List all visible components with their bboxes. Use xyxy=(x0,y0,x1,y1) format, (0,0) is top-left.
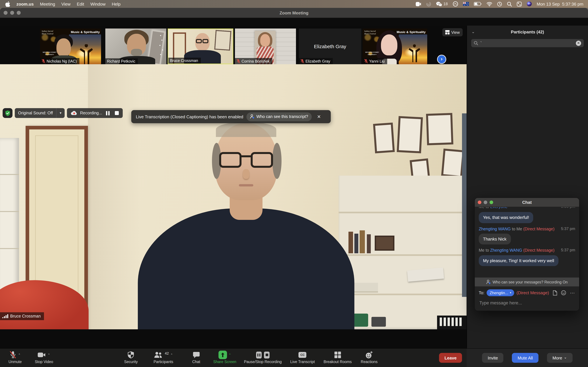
reactions-button[interactable]: Reactions xyxy=(361,351,378,364)
person-shield-icon xyxy=(250,114,254,119)
stop-video-button[interactable]: ⌃ Stop Video xyxy=(35,351,53,364)
live-transcript-button[interactable]: CC Live Transcript xyxy=(290,351,315,364)
menu-clock[interactable]: Mon 13 Sep 5:37:36 pm xyxy=(537,1,583,6)
siri-icon[interactable] xyxy=(527,1,532,7)
battery-icon[interactable] xyxy=(474,2,482,6)
camera-icon xyxy=(38,352,46,358)
chat-title: Chat xyxy=(522,200,532,205)
menu-window[interactable]: Window xyxy=(90,1,106,6)
security-button[interactable]: Security xyxy=(124,351,138,364)
pause-recording-icon[interactable] xyxy=(106,111,110,115)
view-button[interactable]: View xyxy=(442,28,463,36)
menu-meeting[interactable]: Meeting xyxy=(40,1,55,6)
control-center-icon[interactable] xyxy=(517,1,522,6)
menu-app-name[interactable]: zoom.us xyxy=(17,1,34,6)
stop-recording-icon[interactable] xyxy=(115,111,119,115)
spotlight-icon[interactable] xyxy=(507,1,512,6)
video-tile-bruce-crossman[interactable]: Bruce Crossman xyxy=(168,28,233,64)
festival-logo: Sydney Sacred Music Festival xyxy=(364,30,376,35)
participant-name: Nicholas Ng (IAC) xyxy=(47,59,77,63)
search-clear-button[interactable]: ✕ xyxy=(576,41,581,46)
menu-help[interactable]: Help xyxy=(112,1,121,6)
camera-status-icon[interactable] xyxy=(416,2,422,6)
wall-shading xyxy=(88,64,140,329)
chat-traffic-lights[interactable] xyxy=(478,200,493,204)
participants-options-chevron[interactable]: ⌃ xyxy=(171,353,173,357)
share-screen-button[interactable]: ⌃ Share Screen xyxy=(213,351,236,364)
video-options-chevron[interactable]: ⌃ xyxy=(48,353,50,357)
chat-message-list[interactable]: Me to Everyone 5:36 pm Yes, that was won… xyxy=(475,207,579,277)
invite-button[interactable]: Invite xyxy=(482,353,503,363)
menu-edit[interactable]: Edit xyxy=(77,1,84,6)
chat-compose-area: To: Zhengtin... ▾ (Direct Message) ⋯ xyxy=(475,286,579,311)
video-thumbnail-strip: Music & Spirituality Sydney Sacred Music… xyxy=(0,25,467,64)
video-tile-corrina-bonshek[interactable]: Corrina Bonshek xyxy=(235,28,296,64)
wifi-icon[interactable] xyxy=(486,2,492,6)
video-tile-nicholas-ng[interactable]: Music & Spirituality Sydney Sacred Music… xyxy=(40,28,101,64)
who-can-see-transcript-button[interactable]: Who can see this transcript? xyxy=(247,112,312,121)
original-sound-button[interactable]: Original Sound: Off ▼ xyxy=(15,108,65,118)
chat-message-input[interactable] xyxy=(479,300,577,306)
window-traffic-lights[interactable] xyxy=(4,11,21,15)
breakout-rooms-button[interactable]: Breakout Rooms xyxy=(324,351,352,364)
video-tile-elizabeth-gray[interactable]: Elizabeth Gray Elizabeth Gray xyxy=(299,28,361,64)
chat-titlebar[interactable]: Chat xyxy=(475,198,579,207)
video-tile-yanni-liu[interactable]: Music & Spirituality Sydney Sacred Music… xyxy=(363,28,427,64)
festival-logo: Sydney Sacred Music Festival xyxy=(42,30,53,35)
nameplate: Corrina Bonshek xyxy=(235,58,272,64)
more-button[interactable]: More ⌄ xyxy=(547,353,572,363)
stop-recording-icon[interactable] xyxy=(264,351,269,358)
minimize-icon[interactable] xyxy=(484,200,487,204)
next-page-arrow-button[interactable]: › xyxy=(437,55,446,64)
participants-button[interactable]: 42 ⌃ Participants xyxy=(154,351,173,364)
silhouette-figure xyxy=(407,44,422,63)
nameplate: Yanni Liu xyxy=(363,58,387,64)
pause-recording-icon[interactable] xyxy=(256,351,262,358)
wechat-icon[interactable]: 18 xyxy=(436,1,448,6)
chat-button[interactable]: Chat xyxy=(192,351,200,364)
banner-close-button[interactable]: ✕ xyxy=(316,114,322,119)
mic-options-chevron[interactable]: ⌃ xyxy=(18,353,20,357)
original-sound-dropdown[interactable]: ▼ xyxy=(56,111,65,115)
menu-view[interactable]: View xyxy=(61,1,70,6)
participant-name: Yanni Liu xyxy=(369,59,385,63)
nameplate: Nicholas Ng (IAC) xyxy=(40,58,79,64)
leave-button[interactable]: Leave xyxy=(439,353,462,363)
time-machine-icon[interactable] xyxy=(497,1,502,6)
participants-search-input[interactable] xyxy=(480,41,574,46)
unmute-button[interactable]: ⌃ Unmute xyxy=(9,351,22,364)
participants-panel-footer: Invite Mute All More ⌄ xyxy=(467,348,588,367)
mute-all-button[interactable]: Mute All xyxy=(512,353,538,363)
muted-mic-icon xyxy=(237,59,240,63)
more-options-icon[interactable]: ⋯ xyxy=(570,290,575,296)
recording-indicator[interactable]: Recording... xyxy=(67,108,123,118)
message-header: Me to Everyone 5:36 pm xyxy=(479,207,575,209)
creative-cloud-icon[interactable] xyxy=(453,1,458,7)
share-options-chevron[interactable]: ⌃ xyxy=(229,353,231,357)
apple-logo-icon[interactable] xyxy=(5,1,10,7)
attach-file-icon[interactable] xyxy=(553,290,557,295)
close-icon[interactable] xyxy=(478,200,481,204)
pause-stop-recording-button[interactable]: Pause/Stop Recording xyxy=(244,351,282,364)
zoom-window-icon[interactable] xyxy=(490,200,493,204)
nameplate: Bruce Crossman xyxy=(168,58,201,64)
encryption-shield-button[interactable] xyxy=(3,108,12,118)
speaker-name: Bruce Crossman xyxy=(10,314,41,318)
main-speaker-video: Original Sound: Off ▼ Recording... Live … xyxy=(0,64,467,329)
fairy-lights xyxy=(160,35,161,36)
meeting-toolbar: ⌃ Unmute ⌃ Stop Video Security xyxy=(0,348,467,367)
chat-message-bubble: Thanks Nick xyxy=(479,234,511,245)
recipient-selector[interactable]: Zhengtin... ▾ xyxy=(487,289,514,296)
live-transcription-banner: Live Transcription (Closed Captioning) h… xyxy=(131,110,331,123)
logi-options-icon[interactable] xyxy=(426,1,431,6)
person-shield-icon xyxy=(486,280,491,284)
video-tile-richard-petkovic[interactable]: Richard Petkovic xyxy=(105,28,166,64)
green-shield-icon xyxy=(5,110,10,116)
curtain-edge xyxy=(462,113,467,297)
chat-message-bubble: My pleasure, Ting! It worked very well xyxy=(479,255,558,266)
au-flag-icon[interactable] xyxy=(463,2,469,6)
emoji-icon[interactable] xyxy=(561,290,566,295)
participants-search-box[interactable]: ✕ xyxy=(471,39,584,47)
chat-privacy-notice[interactable]: Who can see your messages? Recording On xyxy=(475,277,579,286)
screen: zoom.us Meeting View Edit Window Help 18 xyxy=(0,0,588,367)
